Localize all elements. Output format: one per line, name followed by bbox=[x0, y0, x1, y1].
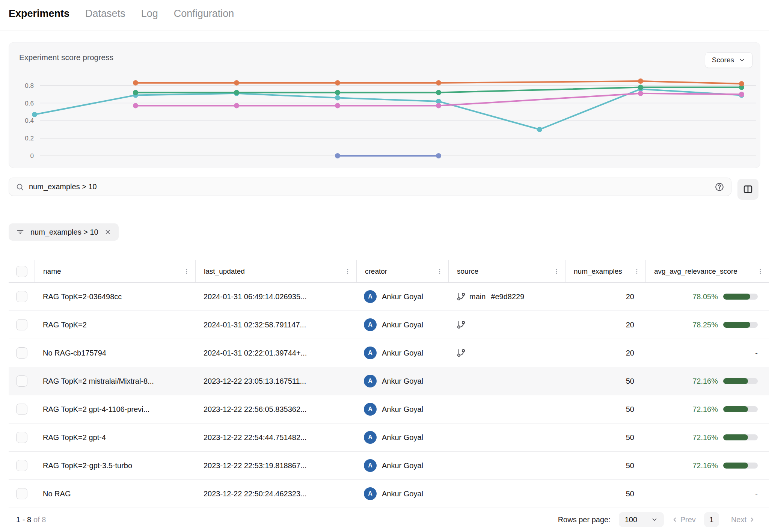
table-row[interactable]: RAG TopK=2 mistralai/Mixtral-8... 2023-1… bbox=[9, 367, 769, 395]
row-checkbox[interactable] bbox=[16, 460, 27, 471]
row-checkbox[interactable] bbox=[16, 375, 27, 387]
search-row bbox=[9, 178, 760, 196]
row-checkbox-cell bbox=[9, 480, 35, 508]
row-checkbox[interactable] bbox=[16, 319, 27, 330]
experiment-name[interactable]: RAG TopK=2 bbox=[35, 311, 195, 339]
last-updated: 2024-01-31 02:32:58.791147... bbox=[195, 311, 356, 339]
experiment-name[interactable]: RAG TopK=2-036498cc bbox=[35, 283, 195, 310]
score-bar-fill bbox=[723, 463, 748, 469]
filter-chip-label: num_examples > 10 bbox=[30, 228, 98, 237]
table-row[interactable]: RAG TopK=2 2024-01-31 02:32:58.791147...… bbox=[9, 311, 769, 339]
filter-remove-button[interactable] bbox=[104, 229, 111, 235]
score-chart: 0.80.60.40.20 bbox=[9, 72, 760, 169]
chart-title: Experiment score progress bbox=[19, 53, 113, 62]
avatar: A bbox=[364, 375, 377, 387]
score-cell: 78.05% bbox=[645, 283, 769, 310]
score-empty-dash: - bbox=[755, 490, 758, 498]
column-menu-icon[interactable] bbox=[633, 268, 640, 275]
column-menu-icon[interactable] bbox=[183, 268, 190, 275]
table-row[interactable]: RAG TopK=2 gpt-4 2023-12-22 22:54:44.751… bbox=[9, 423, 769, 452]
row-checkbox[interactable] bbox=[16, 291, 27, 302]
creator-cell: A Ankur Goyal bbox=[356, 395, 448, 423]
avatar: A bbox=[364, 487, 377, 500]
experiment-name[interactable]: RAG TopK=2 gpt-4-1106-previ... bbox=[35, 395, 195, 423]
search-input[interactable] bbox=[29, 182, 710, 191]
side-panel-toggle-button[interactable] bbox=[737, 179, 758, 200]
experiment-name[interactable]: RAG TopK=2-gpt-3.5-turbo bbox=[35, 452, 195, 479]
experiment-name[interactable]: RAG TopK=2 mistralai/Mixtral-8... bbox=[35, 367, 195, 395]
creator-cell: A Ankur Goyal bbox=[356, 367, 448, 395]
chevron-right-icon bbox=[749, 516, 755, 523]
last-updated: 2023-12-22 22:54:44.751482... bbox=[195, 423, 356, 451]
filter-chip[interactable]: num_examples > 10 bbox=[9, 223, 119, 241]
score-cell: 72.16% bbox=[645, 367, 769, 395]
num-examples-value: 20 bbox=[565, 283, 645, 310]
score-percent: 72.16% bbox=[692, 405, 718, 414]
row-checkbox[interactable] bbox=[16, 432, 27, 443]
score-cell: 72.16% bbox=[645, 395, 769, 423]
row-checkbox-cell bbox=[9, 311, 35, 339]
avatar: A bbox=[364, 290, 377, 303]
score-bar-fill bbox=[723, 406, 748, 412]
score-percent: 78.25% bbox=[692, 321, 718, 329]
row-checkbox-cell bbox=[9, 339, 35, 367]
current-page-button[interactable]: 1 bbox=[704, 512, 719, 527]
column-menu-icon[interactable] bbox=[344, 268, 351, 275]
experiment-name[interactable]: RAG TopK=2 gpt-4 bbox=[35, 423, 195, 451]
select-all-checkbox[interactable] bbox=[16, 266, 27, 277]
score-cell: 78.25% bbox=[645, 311, 769, 339]
last-updated: 2023-12-22 22:56:05.835362... bbox=[195, 395, 356, 423]
close-icon bbox=[104, 229, 111, 235]
rows-per-page-select[interactable]: 100 bbox=[619, 512, 664, 527]
tab-datasets[interactable]: Datasets bbox=[85, 8, 125, 20]
column-header-name[interactable]: name bbox=[35, 260, 195, 282]
score-percent: 72.16% bbox=[692, 377, 718, 386]
source-commit[interactable]: #e9d8229 bbox=[491, 292, 524, 301]
git-branch-icon bbox=[457, 348, 466, 357]
search-box[interactable] bbox=[9, 178, 731, 196]
row-checkbox[interactable] bbox=[16, 404, 27, 415]
tab-experiments[interactable]: Experiments bbox=[9, 8, 69, 20]
column-header-last-updated[interactable]: last_updated bbox=[195, 260, 356, 282]
row-checkbox-cell bbox=[9, 452, 35, 479]
table-row[interactable]: No RAG-cb175794 2024-01-31 02:22:01.3974… bbox=[9, 339, 769, 367]
table-row[interactable]: No RAG 2023-12-22 22:50:24.462323... A A… bbox=[9, 480, 769, 508]
experiment-name[interactable]: No RAG-cb175794 bbox=[35, 339, 195, 367]
next-page-button[interactable]: Next bbox=[731, 515, 755, 524]
column-menu-icon[interactable] bbox=[436, 268, 443, 275]
column-header-num-examples[interactable]: num_examples bbox=[565, 260, 645, 282]
table-row[interactable]: RAG TopK=2-036498cc 2024-01-31 06:49:14.… bbox=[9, 283, 769, 311]
num-examples-value: 20 bbox=[565, 311, 645, 339]
column-menu-icon[interactable] bbox=[757, 268, 764, 275]
split-columns-icon bbox=[743, 184, 753, 194]
score-bar bbox=[723, 294, 758, 300]
prev-page-button[interactable]: Prev bbox=[671, 515, 696, 524]
avatar: A bbox=[364, 431, 377, 444]
help-icon[interactable] bbox=[715, 182, 724, 192]
table-row[interactable]: RAG TopK=2-gpt-3.5-turbo 2023-12-22 22:5… bbox=[9, 452, 769, 480]
source-branch[interactable]: main bbox=[469, 292, 486, 301]
avatar: A bbox=[364, 403, 377, 416]
score-percent: 78.05% bbox=[692, 292, 718, 301]
column-menu-icon[interactable] bbox=[553, 268, 560, 275]
row-checkbox[interactable] bbox=[16, 347, 27, 359]
rows-per-page-label: Rows per page: bbox=[558, 515, 611, 524]
creator-name: Ankur Goyal bbox=[382, 490, 423, 498]
source-cell bbox=[448, 395, 565, 423]
column-header-creator[interactable]: creator bbox=[356, 260, 448, 282]
experiment-name[interactable]: No RAG bbox=[35, 480, 195, 508]
table-row[interactable]: RAG TopK=2 gpt-4-1106-previ... 2023-12-2… bbox=[9, 395, 769, 423]
score-cell: - bbox=[645, 339, 769, 367]
row-checkbox[interactable] bbox=[16, 488, 27, 499]
tab-configuration[interactable]: Configuration bbox=[174, 8, 234, 20]
last-updated: 2024-01-31 06:49:14.026935... bbox=[195, 283, 356, 310]
column-header-avg-avg-relevance-score[interactable]: avg_avg_relevance_score bbox=[645, 260, 769, 282]
column-header-source[interactable]: source bbox=[448, 260, 565, 282]
row-checkbox-cell bbox=[9, 283, 35, 310]
scores-dropdown-button[interactable]: Scores bbox=[705, 52, 752, 68]
chevron-left-icon bbox=[671, 516, 678, 523]
score-bar-fill bbox=[723, 322, 750, 328]
experiments-table: name last_updated creator source num_exa… bbox=[9, 260, 769, 508]
tab-log[interactable]: Log bbox=[141, 8, 158, 20]
row-checkbox-cell bbox=[9, 423, 35, 451]
